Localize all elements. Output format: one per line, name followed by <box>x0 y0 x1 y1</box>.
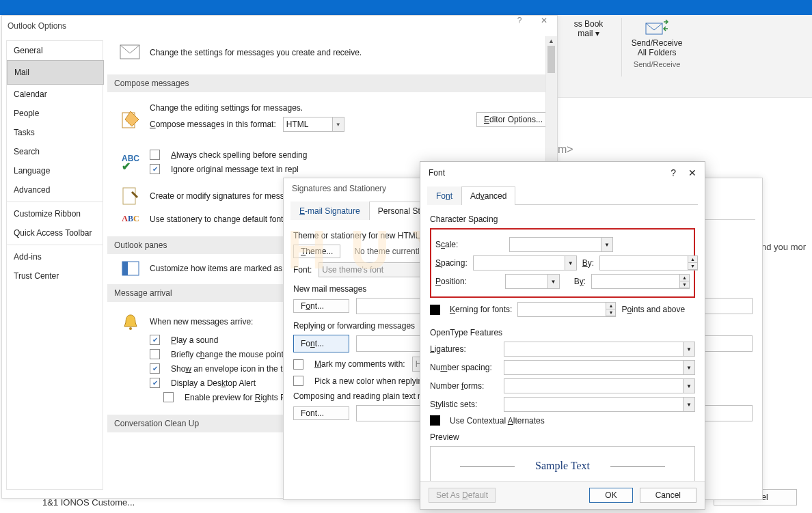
font-dialog-title: Font <box>429 168 445 178</box>
nav-separator-1 <box>7 202 103 202</box>
dialog-title: Outlook Options <box>2 16 557 36</box>
nav-people[interactable]: People <box>7 104 103 123</box>
help-icon[interactable]: ? <box>671 167 676 178</box>
nav-qat[interactable]: Quick Access Toolbar <box>7 223 103 242</box>
dialog-window-controls: ? ✕ <box>509 16 554 25</box>
font-dialog-tabs: Font Advanced <box>427 186 698 205</box>
scale-label: Scale: <box>435 240 504 249</box>
desktop-alert-label: Display a Desktop Alert <box>171 378 256 388</box>
num-forms-combo[interactable]: ▼ <box>504 378 695 393</box>
stationery-icon: ABC <box>122 214 139 224</box>
num-spacing-combo[interactable]: ▼ <box>504 360 695 375</box>
spacing-by-spinner[interactable]: ▲▼ <box>599 255 698 271</box>
font-dialog-footer: Set As Default OK Cancel <box>420 481 705 509</box>
send-receive-button[interactable]: Send/Receive All Folders <box>632 19 683 57</box>
nav-trust[interactable]: Trust Center <box>7 266 103 286</box>
cancel-button[interactable]: Cancel <box>640 488 696 503</box>
spin-down-icon[interactable]: ▼ <box>688 263 697 270</box>
stylistic-combo[interactable]: ▼ <box>504 397 695 412</box>
desktop-alert-checkbox[interactable] <box>150 378 160 388</box>
tab-email-signature[interactable]: E-mail Signature <box>290 202 369 220</box>
ligatures-combo[interactable]: ▼ <box>504 342 695 357</box>
options-nav: General Mail Calendar People Tasks Searc… <box>6 40 103 490</box>
rights-checkbox[interactable] <box>163 392 174 402</box>
mail-list-subject[interactable]: 1&1 IONOS Custome... <box>42 497 135 508</box>
nav-addins[interactable]: Add-ins <box>7 247 103 266</box>
tab-font[interactable]: Font <box>427 186 461 205</box>
font-combo[interactable]: Use theme's font <box>319 262 421 277</box>
spin-up-icon[interactable]: ▲ <box>679 275 689 281</box>
reply-font-button[interactable]: Font... <box>293 335 349 352</box>
pick-color-checkbox[interactable] <box>293 376 303 386</box>
nav-general[interactable]: General <box>7 41 103 60</box>
char-spacing-group: Character Spacing <box>430 214 695 224</box>
compose-format-combo[interactable]: HTML▼ <box>283 117 344 132</box>
scroll-thumb[interactable] <box>547 46 555 73</box>
intro-row: Change the settings for messages you cre… <box>107 36 557 69</box>
font-dialog-body: Character Spacing Scale: ▼ Spacing: ▼ By… <box>420 205 705 493</box>
address-book-label-1: ss Book <box>574 19 604 29</box>
spin-up-icon[interactable]: ▲ <box>606 303 615 309</box>
spin-up-icon[interactable]: ▲ <box>688 256 697 263</box>
address-book-button[interactable]: ss Book mail ▾ <box>565 19 612 38</box>
editor-options-button[interactable]: Editor Options... <box>476 112 550 127</box>
spacing-combo[interactable]: ▼ <box>473 255 577 271</box>
help-icon[interactable]: ? <box>509 16 530 25</box>
font-combo-value: Use theme's font <box>322 265 383 275</box>
change-pointer-checkbox[interactable] <box>150 349 160 359</box>
tab-advanced[interactable]: Advanced <box>461 186 515 205</box>
plain-font-button[interactable]: Font... <box>293 406 349 420</box>
chevron-down-icon: ▼ <box>601 238 612 251</box>
show-envelope-label: Show an envelope icon in the task <box>171 364 295 374</box>
spin-down-icon[interactable]: ▼ <box>679 281 689 288</box>
mark-comments-checkbox[interactable] <box>293 359 303 370</box>
compose-edit-text: Change the editing settings for messages… <box>150 103 470 113</box>
close-icon[interactable]: ✕ <box>534 16 554 25</box>
scroll-up-icon[interactable]: ▲ <box>548 38 554 44</box>
stylistic-label: Stylistic sets: <box>430 400 498 409</box>
nav-search[interactable]: Search <box>7 142 103 161</box>
kerning-spinner[interactable]: ▲▼ <box>517 302 616 317</box>
theme-button[interactable]: Theme... <box>293 245 340 258</box>
spacing-label: Spacing: <box>435 258 468 268</box>
show-envelope-checkbox[interactable] <box>150 363 160 374</box>
position-combo[interactable]: ▼ <box>505 274 560 289</box>
intro-text: Change the settings for messages you cre… <box>150 48 362 57</box>
set-default-button[interactable]: Set As Default <box>429 488 496 503</box>
position-label: Position: <box>435 277 500 286</box>
ribbon-group-caption: Send/Receive <box>632 60 683 68</box>
nav-advanced[interactable]: Advanced <box>7 180 103 199</box>
contextual-checkbox[interactable] <box>430 415 440 426</box>
play-sound-checkbox[interactable] <box>150 335 160 345</box>
always-spell-checkbox[interactable] <box>150 150 160 160</box>
nav-tasks[interactable]: Tasks <box>7 123 103 142</box>
play-sound-label: Play a sound <box>171 335 218 345</box>
no-theme-text: No theme currentl <box>354 247 419 256</box>
position-by-spinner[interactable]: ▲▼ <box>591 274 690 289</box>
edit-icon <box>121 110 140 129</box>
section-compose-header: Compose messages <box>107 74 546 92</box>
kerning-checkbox[interactable] <box>430 305 440 315</box>
font-dialog: Font ? ✕ Font Advanced Character Spacing… <box>420 161 705 510</box>
preview-underline-left <box>460 466 515 467</box>
stationery-text: Use stationery to change default font <box>150 214 283 224</box>
opentype-group: OpenType Features <box>430 328 695 337</box>
ok-button[interactable]: OK <box>589 488 632 503</box>
compose-format-value: HTML <box>286 120 309 129</box>
ignore-original-checkbox[interactable] <box>150 164 160 174</box>
chevron-down-icon: ▼ <box>332 117 344 131</box>
svg-point-6 <box>129 327 132 330</box>
ignore-original-label: Ignore original message text in repl <box>171 165 299 174</box>
spin-down-icon[interactable]: ▼ <box>606 309 615 316</box>
nav-customize-ribbon[interactable]: Customize Ribbon <box>7 204 103 223</box>
scale-combo[interactable]: ▼ <box>509 237 613 252</box>
abc-spell-icon: ABC✔ <box>122 154 139 170</box>
nav-language[interactable]: Language <box>7 161 103 180</box>
nav-mail[interactable]: Mail <box>7 60 104 85</box>
ribbon-group-address: ss Book mail ▾ <box>558 15 619 40</box>
new-mail-font-button[interactable]: Font... <box>293 299 349 313</box>
close-icon[interactable]: ✕ <box>688 167 696 178</box>
nav-calendar[interactable]: Calendar <box>7 85 103 104</box>
num-forms-label: Number forms: <box>430 381 498 391</box>
position-by-label: By: <box>571 277 586 286</box>
